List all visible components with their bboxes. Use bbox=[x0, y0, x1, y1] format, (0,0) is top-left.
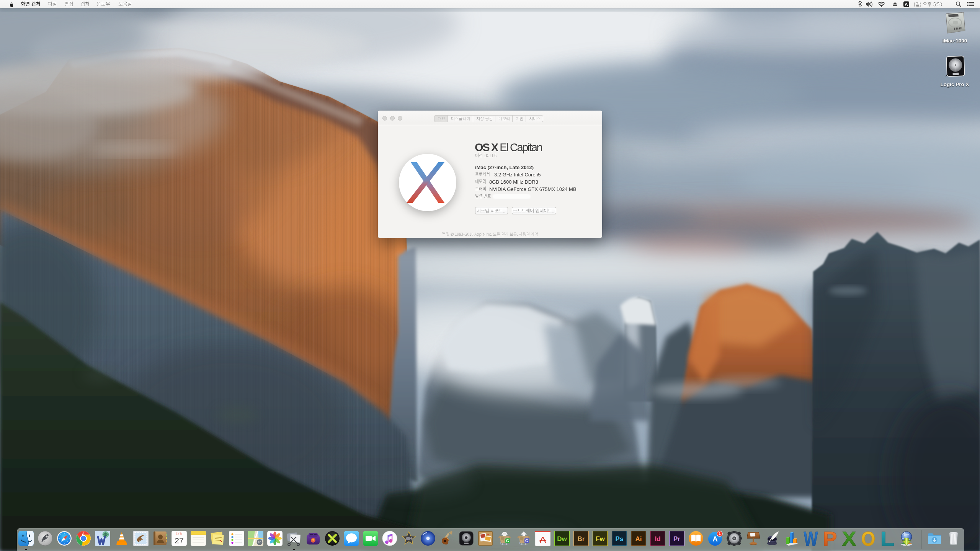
svg-text:X: X bbox=[842, 531, 856, 546]
svg-text:Id: Id bbox=[655, 535, 660, 543]
svg-text:1: 1 bbox=[719, 531, 721, 536]
svg-text:A: A bbox=[905, 2, 908, 7]
svg-text:Fw: Fw bbox=[596, 535, 605, 543]
svg-text:Br: Br bbox=[578, 535, 585, 543]
svg-text:3D: 3D bbox=[258, 541, 261, 544]
svg-text:Dw: Dw bbox=[557, 535, 567, 543]
svg-text:W: W bbox=[804, 531, 818, 546]
svg-text:L: L bbox=[880, 531, 895, 546]
svg-text:G: G bbox=[506, 539, 509, 543]
svg-text:P: P bbox=[823, 531, 837, 546]
svg-text:A: A bbox=[712, 535, 718, 543]
svg-text:Ai: Ai bbox=[635, 535, 642, 543]
svg-text:27: 27 bbox=[175, 536, 183, 545]
svg-text:G: G bbox=[525, 539, 528, 543]
svg-text:Ps: Ps bbox=[616, 535, 624, 543]
svg-text:Pr: Pr bbox=[673, 535, 680, 543]
svg-text:O: O bbox=[861, 531, 875, 546]
